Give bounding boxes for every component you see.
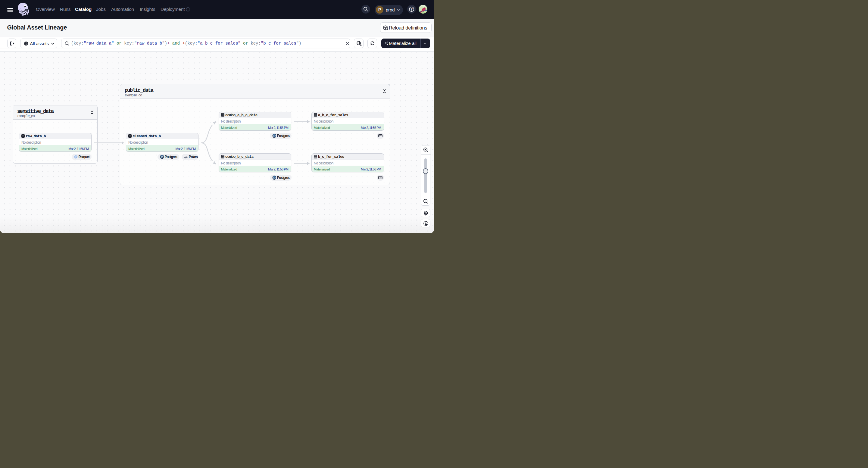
svg-text:?: ? xyxy=(410,7,413,11)
